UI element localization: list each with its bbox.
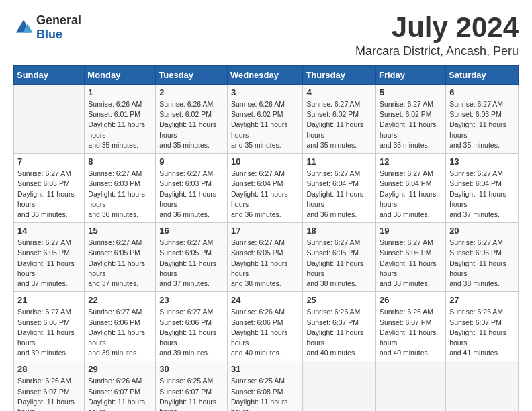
day-info: Sunrise: 6:27 AMSunset: 6:06 PMDaylight:… [17, 307, 81, 358]
day-header-monday: Monday [85, 66, 156, 85]
day-number: 3 [231, 87, 299, 97]
day-info: Sunrise: 6:26 AMSunset: 6:01 PMDaylight:… [88, 99, 152, 150]
calendar-cell: 13Sunrise: 6:27 AMSunset: 6:04 PMDayligh… [446, 154, 519, 223]
day-info: Sunrise: 6:27 AMSunset: 6:06 PMDaylight:… [159, 307, 224, 358]
week-row-0: 1Sunrise: 6:26 AMSunset: 6:01 PMDaylight… [14, 85, 519, 154]
day-number: 15 [88, 226, 152, 236]
day-number: 18 [306, 226, 372, 236]
calendar-cell: 19Sunrise: 6:27 AMSunset: 6:06 PMDayligh… [375, 223, 445, 292]
day-info: Sunrise: 6:27 AMSunset: 6:05 PMDaylight:… [306, 238, 372, 289]
calendar-cell [14, 85, 85, 154]
day-info: Sunrise: 6:27 AMSunset: 6:04 PMDaylight:… [380, 169, 442, 220]
day-info: Sunrise: 6:27 AMSunset: 6:02 PMDaylight:… [306, 99, 372, 150]
day-number: 1 [88, 87, 152, 97]
calendar-cell: 6Sunrise: 6:27 AMSunset: 6:03 PMDaylight… [446, 85, 519, 154]
logo-general: General [36, 13, 81, 27]
day-number: 17 [231, 226, 299, 236]
calendar-cell: 3Sunrise: 6:26 AMSunset: 6:02 PMDaylight… [227, 85, 302, 154]
day-number: 14 [17, 226, 81, 236]
calendar-header-row: SundayMondayTuesdayWednesdayThursdayFrid… [14, 66, 519, 85]
day-header-saturday: Saturday [446, 66, 519, 85]
day-number: 26 [380, 295, 442, 305]
day-number: 9 [159, 156, 224, 167]
day-info: Sunrise: 6:27 AMSunset: 6:03 PMDaylight:… [159, 169, 224, 220]
calendar-cell: 12Sunrise: 6:27 AMSunset: 6:04 PMDayligh… [375, 154, 445, 223]
day-info: Sunrise: 6:27 AMSunset: 6:03 PMDaylight:… [88, 169, 152, 220]
day-number: 27 [449, 295, 515, 305]
day-number: 4 [306, 87, 372, 97]
day-number: 24 [231, 295, 299, 305]
calendar-cell: 9Sunrise: 6:27 AMSunset: 6:03 PMDaylight… [156, 154, 228, 223]
calendar-cell [375, 361, 445, 411]
day-number: 6 [449, 87, 515, 97]
day-number: 10 [231, 156, 299, 167]
logo-blue: Blue [36, 28, 62, 41]
calendar-cell: 30Sunrise: 6:25 AMSunset: 6:07 PMDayligh… [156, 361, 228, 411]
day-info: Sunrise: 6:27 AMSunset: 6:04 PMDaylight:… [306, 169, 372, 220]
day-info: Sunrise: 6:26 AMSunset: 6:02 PMDaylight:… [231, 99, 299, 150]
week-row-3: 21Sunrise: 6:27 AMSunset: 6:06 PMDayligh… [14, 292, 519, 361]
day-info: Sunrise: 6:27 AMSunset: 6:04 PMDaylight:… [449, 169, 515, 220]
day-info: Sunrise: 6:26 AMSunset: 6:07 PMDaylight:… [449, 307, 515, 358]
day-number: 22 [88, 295, 152, 305]
day-info: Sunrise: 6:25 AMSunset: 6:07 PMDaylight:… [159, 376, 224, 411]
calendar-cell: 10Sunrise: 6:27 AMSunset: 6:04 PMDayligh… [227, 154, 302, 223]
calendar-cell: 27Sunrise: 6:26 AMSunset: 6:07 PMDayligh… [446, 292, 519, 361]
day-number: 8 [88, 156, 152, 167]
calendar-cell: 5Sunrise: 6:27 AMSunset: 6:02 PMDaylight… [375, 85, 445, 154]
calendar-cell: 28Sunrise: 6:26 AMSunset: 6:07 PMDayligh… [14, 361, 85, 411]
day-number: 5 [380, 87, 442, 97]
day-number: 11 [306, 156, 372, 167]
logo: General Blue [13, 13, 81, 42]
calendar-cell: 16Sunrise: 6:27 AMSunset: 6:05 PMDayligh… [156, 223, 228, 292]
calendar-cell: 1Sunrise: 6:26 AMSunset: 6:01 PMDaylight… [85, 85, 156, 154]
calendar-cell: 26Sunrise: 6:26 AMSunset: 6:07 PMDayligh… [375, 292, 445, 361]
calendar-cell: 20Sunrise: 6:27 AMSunset: 6:06 PMDayligh… [446, 223, 519, 292]
day-number: 25 [306, 295, 372, 305]
day-info: Sunrise: 6:26 AMSunset: 6:02 PMDaylight:… [159, 99, 224, 150]
day-info: Sunrise: 6:25 AMSunset: 6:08 PMDaylight:… [231, 376, 299, 411]
day-header-sunday: Sunday [14, 66, 85, 85]
day-info: Sunrise: 6:27 AMSunset: 6:06 PMDaylight:… [380, 238, 442, 289]
day-info: Sunrise: 6:27 AMSunset: 6:04 PMDaylight:… [231, 169, 299, 220]
day-info: Sunrise: 6:27 AMSunset: 6:06 PMDaylight:… [88, 307, 152, 358]
day-number: 16 [159, 226, 224, 236]
calendar-cell: 11Sunrise: 6:27 AMSunset: 6:04 PMDayligh… [303, 154, 376, 223]
day-info: Sunrise: 6:27 AMSunset: 6:05 PMDaylight:… [159, 238, 224, 289]
calendar-cell: 2Sunrise: 6:26 AMSunset: 6:02 PMDaylight… [156, 85, 228, 154]
day-info: Sunrise: 6:26 AMSunset: 6:07 PMDaylight:… [306, 307, 372, 358]
calendar-cell: 29Sunrise: 6:26 AMSunset: 6:07 PMDayligh… [85, 361, 156, 411]
week-row-2: 14Sunrise: 6:27 AMSunset: 6:05 PMDayligh… [14, 223, 519, 292]
day-info: Sunrise: 6:26 AMSunset: 6:06 PMDaylight:… [231, 307, 299, 358]
month-title: July 2024 [355, 13, 519, 42]
day-number: 2 [159, 87, 224, 97]
day-info: Sunrise: 6:27 AMSunset: 6:06 PMDaylight:… [449, 238, 515, 289]
day-info: Sunrise: 6:27 AMSunset: 6:05 PMDaylight:… [231, 238, 299, 289]
header: General Blue July 2024 Marcara District,… [13, 13, 519, 58]
day-number: 12 [380, 156, 442, 167]
calendar-cell [446, 361, 519, 411]
day-number: 19 [380, 226, 442, 236]
day-number: 7 [17, 156, 81, 167]
day-info: Sunrise: 6:26 AMSunset: 6:07 PMDaylight:… [88, 376, 152, 411]
calendar-cell: 21Sunrise: 6:27 AMSunset: 6:06 PMDayligh… [14, 292, 85, 361]
day-number: 23 [159, 295, 224, 305]
calendar-cell: 17Sunrise: 6:27 AMSunset: 6:05 PMDayligh… [227, 223, 302, 292]
calendar-cell: 18Sunrise: 6:27 AMSunset: 6:05 PMDayligh… [303, 223, 376, 292]
calendar-cell: 15Sunrise: 6:27 AMSunset: 6:05 PMDayligh… [85, 223, 156, 292]
day-number: 21 [17, 295, 81, 305]
day-header-friday: Friday [375, 66, 445, 85]
location-title: Marcara District, Ancash, Peru [355, 44, 519, 58]
day-header-tuesday: Tuesday [156, 66, 228, 85]
calendar-cell: 14Sunrise: 6:27 AMSunset: 6:05 PMDayligh… [14, 223, 85, 292]
calendar-table: SundayMondayTuesdayWednesdayThursdayFrid… [13, 65, 519, 411]
calendar-cell: 8Sunrise: 6:27 AMSunset: 6:03 PMDaylight… [85, 154, 156, 223]
day-number: 31 [231, 364, 299, 374]
calendar-cell [303, 361, 376, 411]
day-info: Sunrise: 6:27 AMSunset: 6:05 PMDaylight:… [17, 238, 81, 289]
day-info: Sunrise: 6:27 AMSunset: 6:05 PMDaylight:… [88, 238, 152, 289]
day-number: 13 [449, 156, 515, 167]
day-info: Sunrise: 6:26 AMSunset: 6:07 PMDaylight:… [380, 307, 442, 358]
day-info: Sunrise: 6:26 AMSunset: 6:07 PMDaylight:… [17, 376, 81, 411]
week-row-4: 28Sunrise: 6:26 AMSunset: 6:07 PMDayligh… [14, 361, 519, 411]
